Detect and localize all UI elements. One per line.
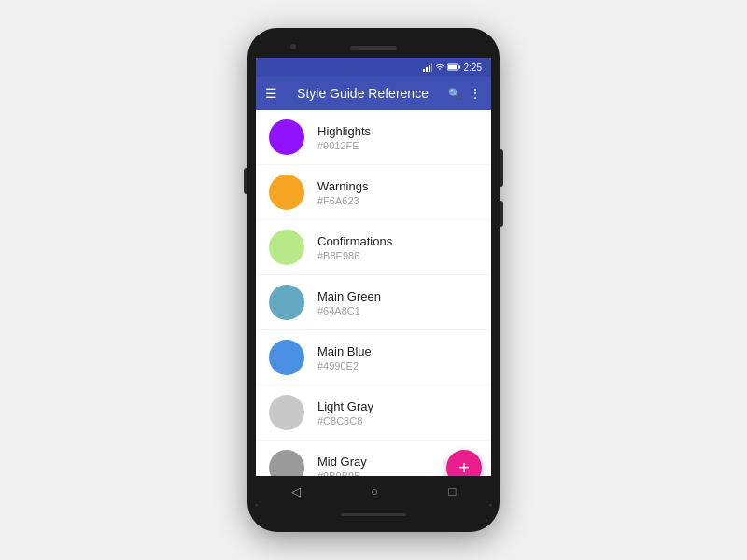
phone-home-indicator (341, 513, 406, 516)
signal-icon (423, 63, 432, 72)
color-info: Mid Gray #9B9B9B (317, 455, 367, 477)
color-info: Main Green #64A8C1 (317, 289, 381, 316)
color-name: Main Blue (317, 344, 372, 358)
bottom-navigation-bar: ◁ ○ □ (256, 476, 491, 506)
color-hex: #9B9B9B (317, 470, 367, 477)
color-info: Confirmations #B8E986 (317, 234, 392, 261)
color-circle-warnings (269, 175, 304, 210)
color-info: Light Gray #C8C8C8 (317, 399, 374, 427)
fab-button[interactable]: + (446, 450, 482, 476)
status-icons (423, 63, 460, 72)
list-item[interactable]: Mid Gray #9B9B9B + (256, 441, 491, 476)
color-hex: #C8C8C8 (317, 415, 374, 427)
svg-rect-5 (458, 66, 460, 69)
menu-icon[interactable]: ☰ (265, 86, 277, 101)
phone-speaker (350, 46, 397, 50)
color-circle-mid-gray (269, 450, 304, 476)
color-name: Warnings (317, 179, 368, 193)
list-item[interactable]: Warnings #F6A623 (256, 165, 491, 220)
nav-recent-button[interactable]: □ (448, 484, 456, 498)
color-circle-light-gray (269, 395, 304, 430)
color-hex: #64A8C1 (317, 305, 381, 316)
color-circle-confirmations (269, 230, 304, 265)
status-bar: 2:25 (256, 58, 491, 77)
search-icon[interactable]: 🔍 (448, 88, 461, 100)
more-icon[interactable]: ⋮ (469, 86, 482, 101)
status-time: 2:25 (464, 63, 482, 73)
color-hex: #F6A623 (317, 195, 368, 206)
color-info: Main Blue #4990E2 (317, 344, 372, 371)
power-button[interactable] (500, 149, 503, 187)
list-item[interactable]: Main Blue #4990E2 (256, 330, 491, 385)
color-list: Highlights #9012FE Warnings #F6A623 Conf… (256, 110, 491, 476)
list-item[interactable]: Main Green #64A8C1 (256, 275, 491, 330)
fab-plus-icon: + (458, 458, 470, 476)
color-name: Confirmations (317, 234, 392, 248)
app-bar-title: Style Guide Reference (285, 86, 441, 101)
app-bar: ☰ Style Guide Reference 🔍 ⋮ (256, 77, 491, 110)
phone-camera (290, 44, 296, 49)
nav-back-button[interactable]: ◁ (291, 484, 301, 498)
color-info: Highlights #9012FE (317, 124, 371, 151)
color-hex: #9012FE (317, 140, 371, 151)
phone-bottom-bar (255, 506, 492, 523)
svg-marker-1 (426, 67, 428, 72)
svg-marker-3 (431, 63, 432, 72)
list-item[interactable]: Light Gray #C8C8C8 (256, 385, 491, 441)
wifi-icon (435, 63, 444, 72)
svg-marker-0 (423, 69, 425, 72)
nav-home-button[interactable]: ○ (371, 484, 378, 498)
list-item[interactable]: Confirmations #B8E986 (256, 220, 491, 275)
list-item[interactable]: Highlights #9012FE (256, 110, 491, 165)
color-info: Warnings #F6A623 (317, 179, 368, 206)
volume-down-button[interactable] (244, 168, 247, 194)
phone-device: 2:25 ☰ Style Guide Reference 🔍 ⋮ Highlig… (247, 28, 500, 532)
color-circle-highlights (269, 119, 304, 155)
color-circle-main-blue (269, 340, 304, 375)
color-hex: #4990E2 (317, 360, 372, 371)
color-name: Main Green (317, 289, 381, 303)
phone-top-bar (255, 37, 492, 58)
color-name: Light Gray (317, 399, 374, 413)
svg-marker-2 (429, 65, 430, 72)
color-name: Mid Gray (317, 455, 367, 469)
battery-icon (447, 63, 460, 71)
color-hex: #B8E986 (317, 250, 392, 261)
phone-screen: 2:25 ☰ Style Guide Reference 🔍 ⋮ Highlig… (256, 58, 491, 506)
volume-up-button[interactable] (500, 201, 503, 227)
color-circle-main-green (269, 285, 304, 320)
svg-rect-6 (448, 65, 457, 69)
color-name: Highlights (317, 124, 371, 138)
